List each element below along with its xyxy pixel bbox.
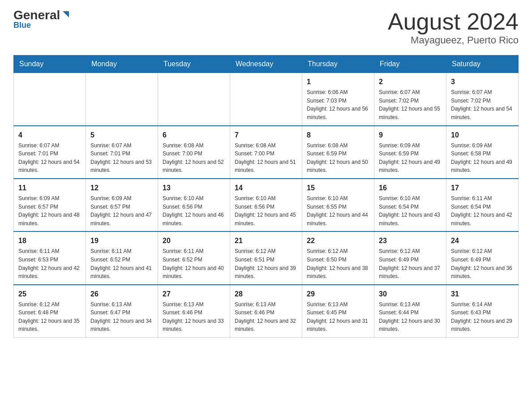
day-info: Sunrise: 6:10 AMSunset: 6:54 PMDaylight:… bbox=[379, 194, 442, 227]
day-info: Sunrise: 6:08 AMSunset: 7:00 PMDaylight:… bbox=[163, 141, 225, 175]
day-info: Sunrise: 6:12 AMSunset: 6:49 PMDaylight:… bbox=[451, 247, 514, 280]
calendar-week-row: 1Sunrise: 6:06 AMSunset: 7:03 PMDaylight… bbox=[14, 73, 519, 126]
header-sunday: Sunday bbox=[14, 56, 86, 73]
table-row: 26Sunrise: 6:13 AMSunset: 6:47 PMDayligh… bbox=[86, 285, 158, 338]
day-info: Sunrise: 6:07 AMSunset: 7:02 PMDaylight:… bbox=[451, 88, 514, 121]
day-number: 29 bbox=[307, 289, 369, 300]
table-row: 10Sunrise: 6:09 AMSunset: 6:58 PMDayligh… bbox=[446, 126, 519, 179]
day-number: 18 bbox=[18, 235, 81, 246]
day-number: 6 bbox=[163, 130, 225, 141]
day-number: 4 bbox=[18, 130, 81, 141]
table-row: 16Sunrise: 6:10 AMSunset: 6:54 PMDayligh… bbox=[374, 179, 446, 231]
table-row: 23Sunrise: 6:12 AMSunset: 6:49 PMDayligh… bbox=[374, 231, 446, 284]
day-info: Sunrise: 6:14 AMSunset: 6:43 PMDaylight:… bbox=[451, 300, 514, 334]
table-row: 17Sunrise: 6:11 AMSunset: 6:54 PMDayligh… bbox=[446, 179, 519, 231]
day-info: Sunrise: 6:13 AMSunset: 6:47 PMDaylight:… bbox=[90, 300, 153, 334]
day-number: 10 bbox=[451, 130, 514, 141]
day-number: 11 bbox=[18, 183, 81, 193]
calendar-table: Sunday Monday Tuesday Wednesday Thursday… bbox=[13, 55, 519, 338]
table-row: 4Sunrise: 6:07 AMSunset: 7:01 PMDaylight… bbox=[14, 126, 86, 179]
day-number: 23 bbox=[379, 235, 442, 246]
day-info: Sunrise: 6:11 AMSunset: 6:52 PMDaylight:… bbox=[90, 247, 153, 280]
day-info: Sunrise: 6:13 AMSunset: 6:44 PMDaylight:… bbox=[379, 300, 442, 334]
day-info: Sunrise: 6:07 AMSunset: 7:01 PMDaylight:… bbox=[18, 141, 81, 175]
table-row bbox=[86, 73, 158, 126]
header-monday: Monday bbox=[86, 56, 158, 73]
calendar-subtitle: Mayagueez, Puerto Rico bbox=[388, 34, 519, 46]
table-row bbox=[158, 73, 230, 126]
calendar-header-row: Sunday Monday Tuesday Wednesday Thursday… bbox=[14, 56, 519, 73]
day-info: Sunrise: 6:06 AMSunset: 7:03 PMDaylight:… bbox=[307, 88, 369, 121]
svg-marker-0 bbox=[63, 11, 69, 17]
day-number: 24 bbox=[451, 235, 514, 246]
table-row: 22Sunrise: 6:12 AMSunset: 6:50 PMDayligh… bbox=[302, 231, 374, 284]
header-tuesday: Tuesday bbox=[158, 56, 230, 73]
day-number: 13 bbox=[163, 183, 225, 193]
day-number: 7 bbox=[235, 130, 297, 141]
calendar-title: August 2024 bbox=[388, 9, 519, 34]
day-number: 15 bbox=[307, 183, 369, 193]
calendar-week-row: 4Sunrise: 6:07 AMSunset: 7:01 PMDaylight… bbox=[14, 126, 519, 179]
table-row: 5Sunrise: 6:07 AMSunset: 7:01 PMDaylight… bbox=[86, 126, 158, 179]
table-row: 15Sunrise: 6:10 AMSunset: 6:55 PMDayligh… bbox=[302, 179, 374, 231]
table-row: 6Sunrise: 6:08 AMSunset: 7:00 PMDaylight… bbox=[158, 126, 230, 179]
calendar-week-row: 25Sunrise: 6:12 AMSunset: 6:48 PMDayligh… bbox=[14, 285, 519, 338]
day-info: Sunrise: 6:13 AMSunset: 6:46 PMDaylight:… bbox=[235, 300, 297, 334]
table-row: 13Sunrise: 6:10 AMSunset: 6:56 PMDayligh… bbox=[158, 179, 230, 231]
day-info: Sunrise: 6:09 AMSunset: 6:57 PMDaylight:… bbox=[18, 194, 81, 227]
header-saturday: Saturday bbox=[446, 56, 519, 73]
day-info: Sunrise: 6:11 AMSunset: 6:54 PMDaylight:… bbox=[451, 194, 514, 227]
logo-triangle-icon bbox=[61, 9, 71, 19]
day-info: Sunrise: 6:11 AMSunset: 6:52 PMDaylight:… bbox=[163, 247, 225, 280]
day-number: 2 bbox=[379, 77, 442, 87]
logo-blue: Blue bbox=[13, 21, 31, 30]
day-info: Sunrise: 6:12 AMSunset: 6:48 PMDaylight:… bbox=[18, 300, 81, 334]
day-info: Sunrise: 6:10 AMSunset: 6:56 PMDaylight:… bbox=[235, 194, 297, 227]
day-number: 26 bbox=[90, 289, 153, 300]
day-info: Sunrise: 6:12 AMSunset: 6:50 PMDaylight:… bbox=[307, 247, 369, 280]
table-row: 29Sunrise: 6:13 AMSunset: 6:45 PMDayligh… bbox=[302, 285, 374, 338]
day-number: 1 bbox=[307, 77, 369, 87]
day-info: Sunrise: 6:13 AMSunset: 6:45 PMDaylight:… bbox=[307, 300, 369, 334]
logo: General Blue bbox=[13, 9, 71, 30]
table-row: 9Sunrise: 6:09 AMSunset: 6:59 PMDaylight… bbox=[374, 126, 446, 179]
day-info: Sunrise: 6:12 AMSunset: 6:49 PMDaylight:… bbox=[379, 247, 442, 280]
table-row: 3Sunrise: 6:07 AMSunset: 7:02 PMDaylight… bbox=[446, 73, 519, 126]
table-row: 20Sunrise: 6:11 AMSunset: 6:52 PMDayligh… bbox=[158, 231, 230, 284]
table-row: 21Sunrise: 6:12 AMSunset: 6:51 PMDayligh… bbox=[230, 231, 302, 284]
day-number: 31 bbox=[451, 289, 514, 300]
day-number: 28 bbox=[235, 289, 297, 300]
day-number: 30 bbox=[379, 289, 442, 300]
table-row: 24Sunrise: 6:12 AMSunset: 6:49 PMDayligh… bbox=[446, 231, 519, 284]
table-row: 8Sunrise: 6:08 AMSunset: 6:59 PMDaylight… bbox=[302, 126, 374, 179]
day-number: 9 bbox=[379, 130, 442, 141]
calendar-week-row: 18Sunrise: 6:11 AMSunset: 6:53 PMDayligh… bbox=[14, 231, 519, 284]
table-row: 30Sunrise: 6:13 AMSunset: 6:44 PMDayligh… bbox=[374, 285, 446, 338]
day-number: 16 bbox=[379, 183, 442, 193]
day-number: 14 bbox=[235, 183, 297, 193]
day-number: 3 bbox=[451, 77, 514, 87]
day-info: Sunrise: 6:08 AMSunset: 6:59 PMDaylight:… bbox=[307, 141, 369, 175]
table-row: 11Sunrise: 6:09 AMSunset: 6:57 PMDayligh… bbox=[14, 179, 86, 231]
day-number: 12 bbox=[90, 183, 153, 193]
day-number: 25 bbox=[18, 289, 81, 300]
table-row: 28Sunrise: 6:13 AMSunset: 6:46 PMDayligh… bbox=[230, 285, 302, 338]
calendar-week-row: 11Sunrise: 6:09 AMSunset: 6:57 PMDayligh… bbox=[14, 179, 519, 231]
table-row bbox=[230, 73, 302, 126]
day-info: Sunrise: 6:09 AMSunset: 6:57 PMDaylight:… bbox=[90, 194, 153, 227]
day-number: 17 bbox=[451, 183, 514, 193]
table-row: 31Sunrise: 6:14 AMSunset: 6:43 PMDayligh… bbox=[446, 285, 519, 338]
day-info: Sunrise: 6:09 AMSunset: 6:58 PMDaylight:… bbox=[451, 141, 514, 175]
table-row: 7Sunrise: 6:08 AMSunset: 7:00 PMDaylight… bbox=[230, 126, 302, 179]
table-row: 27Sunrise: 6:13 AMSunset: 6:46 PMDayligh… bbox=[158, 285, 230, 338]
day-number: 19 bbox=[90, 235, 153, 246]
day-info: Sunrise: 6:11 AMSunset: 6:53 PMDaylight:… bbox=[18, 247, 81, 280]
day-info: Sunrise: 6:09 AMSunset: 6:59 PMDaylight:… bbox=[379, 141, 442, 175]
day-number: 20 bbox=[163, 235, 225, 246]
table-row: 2Sunrise: 6:07 AMSunset: 7:02 PMDaylight… bbox=[374, 73, 446, 126]
day-info: Sunrise: 6:08 AMSunset: 7:00 PMDaylight:… bbox=[235, 141, 297, 175]
table-row: 1Sunrise: 6:06 AMSunset: 7:03 PMDaylight… bbox=[302, 73, 374, 126]
day-number: 5 bbox=[90, 130, 153, 141]
day-info: Sunrise: 6:10 AMSunset: 6:56 PMDaylight:… bbox=[163, 194, 225, 227]
day-number: 8 bbox=[307, 130, 369, 141]
